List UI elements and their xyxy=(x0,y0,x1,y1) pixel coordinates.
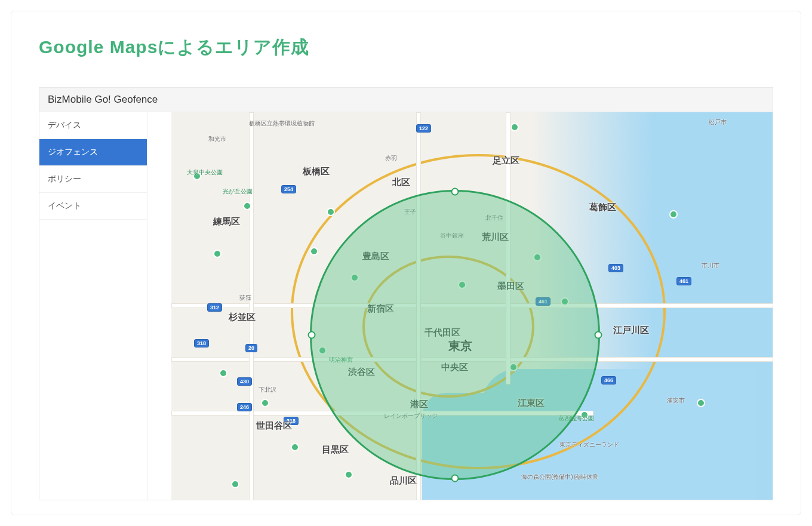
app-header: BizMobile Go! Geofence xyxy=(39,88,773,112)
ward-label: 練馬区 xyxy=(213,216,240,227)
poi-label: 赤羽 xyxy=(385,154,397,162)
park-icon xyxy=(213,250,222,258)
poi-label: 光が丘公園 xyxy=(223,187,253,196)
park-icon xyxy=(510,123,519,131)
park-icon xyxy=(231,480,239,488)
poi-label: 下北沢 xyxy=(259,386,276,394)
app-header-title: BizMobile Go! Geofence xyxy=(48,94,158,105)
ward-label: 品川区 xyxy=(390,475,417,487)
ward-label: 目黒区 xyxy=(322,444,349,456)
park-icon xyxy=(219,369,227,377)
page-title: Google Mapsによるエリア作成 xyxy=(39,35,773,60)
route-shield: 466 xyxy=(601,376,616,384)
poi-label: 海の森公園(整備中) 臨時休業 xyxy=(521,473,598,481)
park-icon xyxy=(327,208,335,216)
map-canvas[interactable]: 312 318 20 430 246 318 254 122 461 403 4… xyxy=(147,112,773,500)
road-vertical-1 xyxy=(249,112,254,500)
poi-label: 荻窪 xyxy=(239,294,251,302)
poi-label: 浦安市 xyxy=(667,396,685,405)
sidebar: デバイス ジオフェンス ポリシー イベント xyxy=(39,112,147,500)
ward-label: 杉並区 xyxy=(229,312,256,323)
sidebar-item-geofence[interactable]: ジオフェンス xyxy=(39,139,147,166)
poi-label: 大泉中央公園 xyxy=(187,168,223,177)
route-shield: 312 xyxy=(207,303,222,312)
ward-label: 板橋区 xyxy=(303,166,330,177)
route-shield: 122 xyxy=(416,124,431,133)
poi-label: 東京ディズニーランド xyxy=(559,441,619,449)
ward-label: 江戸川区 xyxy=(613,325,649,336)
ward-label: 北区 xyxy=(392,177,410,188)
app-frame: BizMobile Go! Geofence デバイス ジオフェンス ポリシー … xyxy=(39,87,773,500)
geofence-handle-s[interactable] xyxy=(451,475,459,482)
ward-label: 足立区 xyxy=(493,155,519,167)
route-shield: 246 xyxy=(237,403,252,411)
park-icon xyxy=(291,443,299,451)
geofence-handle-w[interactable] xyxy=(308,331,316,339)
route-shield: 430 xyxy=(237,377,252,386)
sidebar-item-device[interactable]: デバイス xyxy=(39,112,147,139)
route-shield: 318 xyxy=(194,339,209,347)
sidebar-item-policy[interactable]: ポリシー xyxy=(39,166,147,193)
park-icon xyxy=(310,247,318,256)
route-shield: 254 xyxy=(281,185,296,193)
park-icon xyxy=(697,399,705,407)
route-shield: 403 xyxy=(608,264,623,272)
poi-label: 松戸市 xyxy=(709,118,727,127)
poi-label: 和光市 xyxy=(208,135,226,143)
park-icon xyxy=(261,399,269,407)
geofence-handle-n[interactable] xyxy=(451,188,459,196)
geofence-handle-e[interactable] xyxy=(595,331,602,339)
route-shield: 20 xyxy=(245,344,257,352)
park-icon xyxy=(345,470,353,479)
poi-label: 板橋区立熱帯環境植物館 xyxy=(249,119,315,128)
park-icon xyxy=(669,210,678,219)
ward-label: 世田谷区 xyxy=(256,420,292,432)
poi-label: 市川市 xyxy=(702,262,719,270)
feature-card: Google Mapsによるエリア作成 BizMobile Go! Geofen… xyxy=(11,11,801,515)
ward-label: 葛飾区 xyxy=(589,202,616,213)
geofence-circle[interactable] xyxy=(310,190,600,480)
sidebar-item-event[interactable]: イベント xyxy=(39,193,147,220)
park-icon xyxy=(243,202,251,210)
route-shield: 461 xyxy=(676,277,691,285)
